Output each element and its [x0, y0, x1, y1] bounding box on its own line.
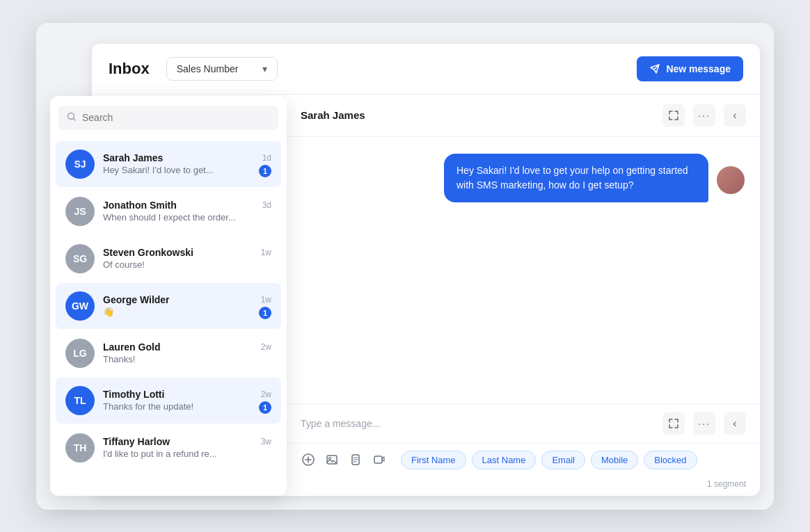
- conv-time: 2w: [261, 342, 271, 352]
- tag-pills-container: First NameLast NameEmailMobileBlocked: [401, 451, 697, 469]
- unread-badge: 1: [259, 307, 271, 319]
- chat-panel: Sarah James ··· ‹: [287, 95, 760, 496]
- message-bubble: Hey Sakari! I'd love to get your help on…: [444, 154, 708, 202]
- conversation-item-jonathon-smith[interactable]: JS Jonathon Smith 3d When should I expec…: [56, 188, 281, 234]
- dots-menu-button[interactable]: ···: [693, 104, 715, 127]
- avatar: JS: [65, 197, 95, 226]
- conv-time: 1w: [261, 295, 271, 305]
- avatar: SJ: [65, 150, 95, 179]
- conv-top: Sarah James 1d: [103, 152, 271, 163]
- conv-time: 2w: [261, 389, 271, 399]
- conv-content: Tiffany Harlow 3w I'd like to put in a r…: [103, 436, 271, 459]
- search-bar: [58, 106, 278, 130]
- conv-name: Jonathon Smith: [103, 200, 177, 211]
- main-header: Inbox Sales Number ▾ New message: [92, 44, 760, 95]
- tag-pill-blocked[interactable]: Blocked: [644, 451, 697, 469]
- tag-pill-mobile[interactable]: Mobile: [591, 451, 638, 469]
- attachment-icon[interactable]: [348, 452, 363, 467]
- svg-point-2: [329, 458, 331, 460]
- dots-icon: ···: [698, 110, 710, 121]
- segment-info: 1 segment: [287, 475, 760, 496]
- conversation-item-steven-gronkowski[interactable]: SG Steven Gronkowski 1w Of course!: [56, 236, 281, 282]
- conv-name: Tiffany Harlow: [103, 436, 170, 447]
- new-message-button[interactable]: New message: [637, 56, 743, 81]
- conversation-list: SJ Sarah James 1d Hey Sakari! I'd love t…: [50, 140, 287, 496]
- search-input[interactable]: [82, 112, 270, 123]
- conv-content: Timothy Lotti 2w Thanks for the update!: [103, 389, 271, 412]
- conversation-panel: SJ Sarah James 1d Hey Sakari! I'd love t…: [50, 96, 287, 496]
- tag-pill-last-name[interactable]: Last Name: [472, 451, 537, 469]
- compose-placeholder[interactable]: Type a message...: [301, 418, 654, 429]
- outer-container: Inbox Sales Number ▾ New message Sarah J…: [36, 23, 774, 510]
- conv-name: Steven Gronkowski: [103, 247, 193, 258]
- conv-name: Sarah James: [103, 152, 163, 163]
- search-icon: [67, 112, 77, 124]
- sales-number-dropdown[interactable]: Sales Number ▾: [166, 57, 278, 81]
- conv-name: Lauren Gold: [103, 341, 160, 353]
- avatar: TH: [65, 433, 95, 462]
- chat-messages: Hey Sakari! I'd love to get your help on…: [287, 137, 760, 403]
- new-message-label: New message: [666, 63, 731, 74]
- compose-dots-button[interactable]: ···: [693, 412, 715, 435]
- conv-top: Timothy Lotti 2w: [103, 389, 271, 400]
- conv-name: Timothy Lotti: [103, 389, 164, 400]
- conv-preview: 👋: [103, 307, 271, 317]
- add-icon[interactable]: [301, 452, 316, 467]
- conv-preview: Of course!: [103, 259, 271, 270]
- conv-content: Jonathon Smith 3d When should I expect t…: [103, 200, 271, 223]
- conv-content: Steven Gronkowski 1w Of course!: [103, 247, 271, 270]
- unread-badge: 1: [259, 165, 271, 177]
- video-icon[interactable]: [372, 452, 387, 467]
- compose-back-button[interactable]: ‹: [724, 412, 746, 435]
- conv-name: George Wilder: [103, 294, 170, 305]
- avatar: GW: [65, 291, 95, 321]
- conversation-item-george-wilder[interactable]: GW George Wilder 1w 👋 1: [56, 283, 281, 329]
- page-title: Inbox: [109, 60, 150, 78]
- dropdown-label: Sales Number: [177, 63, 239, 74]
- conv-preview: Hey Sakari! I'd love to get...: [103, 165, 271, 175]
- conversation-item-timothy-lotti[interactable]: TL Timothy Lotti 2w Thanks for the updat…: [56, 378, 281, 424]
- svg-rect-4: [374, 456, 382, 463]
- conv-top: George Wilder 1w: [103, 294, 271, 305]
- expand-icon: [669, 111, 678, 120]
- tag-pill-first-name[interactable]: First Name: [401, 451, 466, 469]
- back-icon: ‹: [733, 109, 736, 122]
- compose-actions: First NameLast NameEmailMobileBlocked: [287, 444, 760, 475]
- conversation-item-sarah-james[interactable]: SJ Sarah James 1d Hey Sakari! I'd love t…: [56, 141, 281, 187]
- chat-header-actions: ··· ‹: [662, 104, 746, 127]
- conv-preview: Thanks for the update!: [103, 401, 271, 412]
- conv-top: Steven Gronkowski 1w: [103, 247, 271, 258]
- chevron-down-icon: ▾: [262, 63, 267, 74]
- conv-content: Sarah James 1d Hey Sakari! I'd love to g…: [103, 152, 271, 175]
- compose-expand-button[interactable]: [662, 412, 685, 435]
- avatar-face: [717, 166, 745, 194]
- conv-content: George Wilder 1w 👋: [103, 294, 271, 317]
- send-icon: [649, 63, 660, 74]
- avatar: SG: [65, 244, 95, 273]
- compose-area: Type a message... ··· ‹: [287, 403, 760, 496]
- conversation-item-tiffany-harlow[interactable]: TH Tiffany Harlow 3w I'd like to put in …: [56, 425, 281, 471]
- compose-toolbar: Type a message... ··· ‹: [287, 404, 760, 444]
- image-icon[interactable]: [324, 452, 340, 467]
- conv-preview: I'd like to put in a refund re...: [103, 449, 271, 459]
- expand-button[interactable]: [662, 104, 685, 127]
- conv-time: 3d: [262, 200, 271, 210]
- compose-back-icon: ‹: [733, 417, 736, 430]
- conv-time: 1d: [262, 153, 271, 163]
- conv-top: Lauren Gold 2w: [103, 341, 271, 353]
- conv-time: 1w: [261, 248, 271, 257]
- conv-top: Jonathon Smith 3d: [103, 200, 271, 211]
- conv-preview: Thanks!: [103, 354, 271, 364]
- chat-header: Sarah James ··· ‹: [287, 95, 760, 137]
- compose-expand-icon: [669, 419, 678, 428]
- avatar: LG: [65, 339, 95, 368]
- back-button[interactable]: ‹: [724, 104, 746, 127]
- tag-pill-email[interactable]: Email: [541, 451, 585, 469]
- conversation-item-lauren-gold[interactable]: LG Lauren Gold 2w Thanks!: [56, 330, 281, 376]
- chat-contact-name: Sarah James: [301, 109, 365, 121]
- compose-dots-icon: ···: [698, 418, 710, 429]
- conv-preview: When should I expect the order...: [103, 212, 271, 223]
- conv-top: Tiffany Harlow 3w: [103, 436, 271, 447]
- user-avatar: [715, 165, 746, 195]
- unread-badge: 1: [259, 401, 271, 414]
